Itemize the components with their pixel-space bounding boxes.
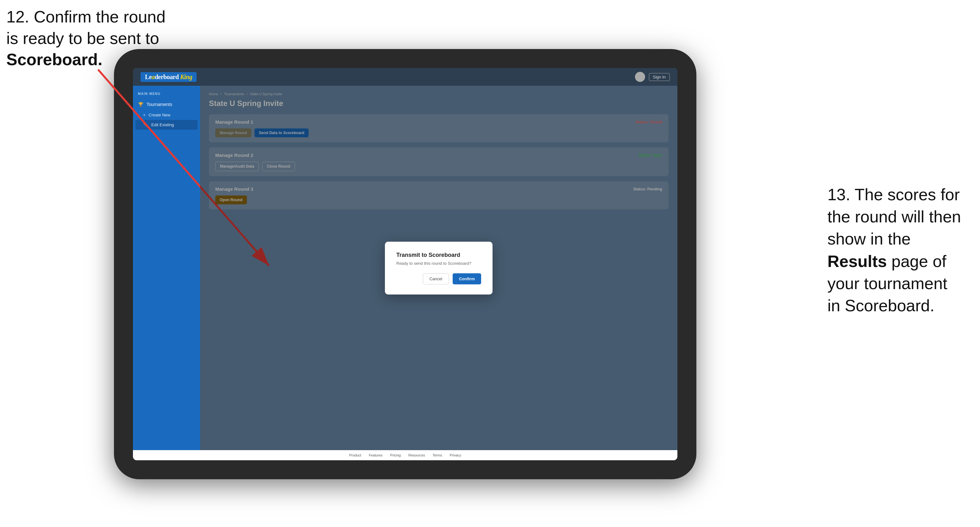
edit-icon: ✏️ bbox=[143, 122, 148, 127]
sidebar-item-create-new[interactable]: + Create New bbox=[133, 110, 200, 120]
sidebar-section-label: MAIN MENU bbox=[133, 92, 200, 99]
footer-link-pricing[interactable]: Pricing bbox=[390, 453, 401, 457]
navbar-right: Sign In bbox=[635, 72, 670, 82]
content-area: Home > Tournaments > State U Spring Invi… bbox=[200, 86, 678, 450]
sidebar: MAIN MENU 🏆 Tournaments + Create New ✏️ … bbox=[133, 86, 200, 450]
logo-king: King bbox=[179, 73, 192, 80]
footer-link-features[interactable]: Features bbox=[369, 453, 382, 457]
footer-link-resources[interactable]: Resources bbox=[408, 453, 425, 457]
sidebar-item-tournaments[interactable]: 🏆 Tournaments bbox=[133, 99, 200, 110]
annotation-right-bold: Results bbox=[827, 252, 887, 270]
top-navbar: Leaderboard King Sign In bbox=[133, 68, 678, 86]
annotation-bold: Scoreboard. bbox=[6, 50, 102, 69]
footer-link-privacy[interactable]: Privacy bbox=[450, 453, 461, 457]
modal-buttons: Cancel Confirm bbox=[396, 273, 481, 284]
avatar bbox=[635, 72, 645, 82]
sign-in-button[interactable]: Sign In bbox=[649, 73, 670, 81]
sidebar-create-new-label: Create New bbox=[149, 113, 170, 117]
sidebar-edit-existing-label: Edit Existing bbox=[151, 122, 174, 127]
plus-icon: + bbox=[143, 113, 146, 117]
annotation-line1: 12. Confirm the round bbox=[6, 8, 165, 26]
modal-confirm-button[interactable]: Confirm bbox=[453, 273, 481, 284]
tablet-screen: Leaderboard King Sign In MAIN MENU 🏆 Tou… bbox=[133, 68, 678, 460]
modal-title: Transmit to Scoreboard bbox=[396, 252, 481, 259]
sidebar-item-edit-existing[interactable]: ✏️ Edit Existing bbox=[135, 120, 197, 130]
logo-text: Leaderboard bbox=[145, 73, 179, 80]
annotation-top-left: 12. Confirm the round is ready to be sen… bbox=[6, 6, 165, 71]
modal-cancel-button[interactable]: Cancel bbox=[423, 273, 449, 284]
annotation-right-line1: 13. The scores forthe round will thensho… bbox=[827, 186, 961, 248]
page-footer: Product Features Pricing Resources Terms… bbox=[133, 450, 678, 460]
footer-link-terms[interactable]: Terms bbox=[433, 453, 442, 457]
tablet-device: Leaderboard King Sign In MAIN MENU 🏆 Tou… bbox=[114, 49, 696, 479]
main-area: MAIN MENU 🏆 Tournaments + Create New ✏️ … bbox=[133, 86, 678, 450]
annotation-line2: is ready to be sent to bbox=[6, 29, 159, 48]
modal-subtitle: Ready to send this round to Scoreboard? bbox=[396, 261, 481, 266]
sidebar-tournaments-label: Tournaments bbox=[146, 102, 172, 107]
logo: Leaderboard King bbox=[140, 72, 197, 82]
modal-box: Transmit to Scoreboard Ready to send thi… bbox=[385, 242, 493, 295]
trophy-icon: 🏆 bbox=[138, 102, 143, 107]
logo-box: Leaderboard King bbox=[140, 72, 197, 82]
annotation-right: 13. The scores forthe round will thensho… bbox=[827, 184, 961, 317]
modal-overlay: Transmit to Scoreboard Ready to send thi… bbox=[200, 86, 678, 450]
footer-link-product[interactable]: Product bbox=[349, 453, 361, 457]
